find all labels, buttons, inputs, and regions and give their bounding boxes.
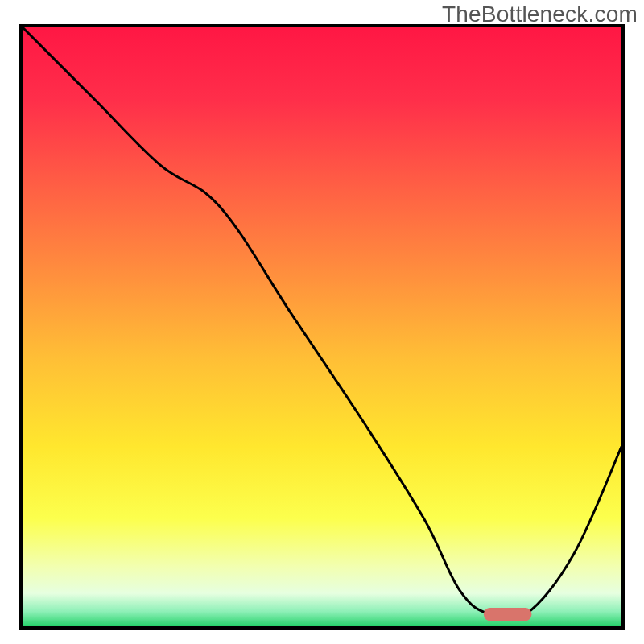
plot-frame [19,24,625,630]
optimal-range-marker [484,608,532,621]
plot-svg [23,27,621,626]
chart-container: TheBottleneck.com [0,0,644,644]
